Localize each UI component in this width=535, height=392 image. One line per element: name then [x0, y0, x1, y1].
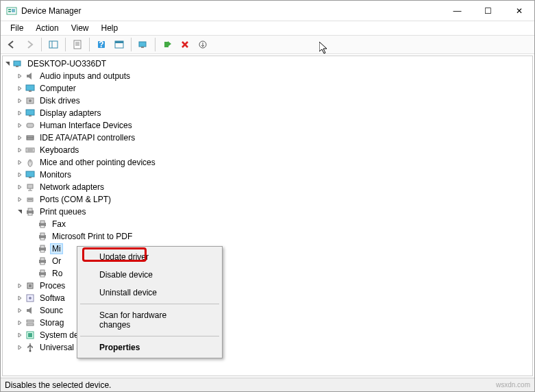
- collapse-icon[interactable]: [3, 59, 12, 69]
- collapse-icon[interactable]: [15, 207, 25, 217]
- tree-item[interactable]: Fax: [3, 218, 532, 230]
- disk-icon: [25, 95, 36, 106]
- tree-item[interactable]: Monitors: [3, 169, 532, 181]
- uninstall-button[interactable]: [177, 36, 193, 53]
- tree-item[interactable]: Mice and other pointing devices: [3, 156, 532, 169]
- expand-icon[interactable]: [15, 182, 25, 192]
- properties-button[interactable]: [69, 36, 86, 53]
- expand-icon[interactable]: [15, 108, 25, 118]
- svg-rect-68: [28, 333, 32, 337]
- tree-item-label: Mi: [51, 244, 62, 254]
- context-menu-item[interactable]: Uninstall device: [79, 284, 221, 302]
- svg-rect-29: [26, 148, 34, 152]
- expand-icon[interactable]: [15, 306, 25, 315]
- svg-text:?: ?: [99, 40, 103, 49]
- toolbar: ?: [1, 35, 534, 54]
- app-icon: [6, 5, 17, 16]
- svg-rect-3: [12, 9, 15, 12]
- tree-item[interactable]: Microsoft Print to PDF: [3, 230, 532, 243]
- svg-rect-48: [40, 225, 45, 228]
- svg-rect-4: [49, 41, 58, 48]
- expand-icon[interactable]: [15, 96, 25, 106]
- scan-hardware-button[interactable]: [135, 36, 151, 53]
- show-hide-tree-button[interactable]: [45, 36, 62, 53]
- tree-item-label: Audio inputs and outputs: [38, 71, 132, 81]
- expand-icon[interactable]: [15, 318, 25, 328]
- svg-rect-24: [26, 110, 34, 115]
- expand-icon[interactable]: [15, 133, 25, 143]
- expand-icon: [27, 232, 37, 241]
- context-menu-item[interactable]: Disable device: [79, 266, 221, 284]
- tree-item-label: Human Interface Devices: [38, 121, 134, 130]
- context-menu-item[interactable]: Update driver: [79, 248, 221, 266]
- svg-rect-35: [29, 177, 32, 178]
- printer-icon: [37, 219, 48, 230]
- context-menu-item[interactable]: Scan for hardware changes: [79, 306, 221, 334]
- svg-rect-2: [8, 11, 11, 12]
- expand-icon[interactable]: [15, 281, 25, 291]
- svg-rect-51: [40, 238, 45, 240]
- tree-item[interactable]: Ports (COM & LPT): [3, 193, 532, 206]
- tree-item[interactable]: Audio inputs and outputs: [3, 70, 532, 82]
- expand-icon[interactable]: [15, 170, 25, 180]
- minimize-button[interactable]: —: [442, 1, 473, 21]
- expand-icon[interactable]: [15, 343, 25, 352]
- tree-item-label: Storag: [38, 318, 65, 328]
- help-button[interactable]: ?: [93, 36, 110, 53]
- tree-item[interactable]: Computer: [3, 82, 532, 95]
- svg-point-64: [29, 297, 32, 299]
- tree-item[interactable]: DESKTOP-UO336DT: [3, 58, 532, 70]
- svg-rect-54: [40, 250, 45, 252]
- forward-button[interactable]: [21, 36, 38, 53]
- update-driver-button[interactable]: [195, 36, 211, 53]
- maximize-button[interactable]: ☐: [473, 1, 503, 21]
- tree-item-label: Keyboards: [38, 145, 80, 155]
- tree-item[interactable]: Print queues: [3, 206, 532, 218]
- svg-rect-1: [8, 9, 11, 10]
- tree-item[interactable]: Disk drives: [3, 95, 532, 107]
- monitor-icon: [25, 83, 36, 94]
- action-button[interactable]: [111, 36, 127, 53]
- printer-icon: [25, 206, 36, 217]
- tree-item-label: Microsoft Print to PDF: [51, 232, 134, 241]
- menu-file[interactable]: File: [5, 22, 29, 34]
- svg-rect-19: [16, 66, 18, 67]
- svg-point-42: [31, 199, 32, 199]
- tree-item-label: Proces: [38, 281, 66, 291]
- menu-view[interactable]: View: [66, 22, 95, 34]
- back-button[interactable]: [3, 36, 20, 53]
- svg-rect-59: [40, 270, 45, 273]
- mouse-icon: [25, 157, 36, 168]
- expand-icon[interactable]: [15, 158, 25, 167]
- window-title: Device Manager: [21, 6, 442, 16]
- enable-button[interactable]: [159, 36, 175, 53]
- printer-icon: [37, 256, 48, 267]
- expand-icon[interactable]: [15, 71, 25, 81]
- tree-item[interactable]: Human Interface Devices: [3, 119, 532, 132]
- expand-icon[interactable]: [15, 195, 25, 204]
- expand-icon[interactable]: [15, 330, 25, 340]
- expand-icon[interactable]: [15, 293, 25, 303]
- svg-rect-57: [40, 262, 45, 265]
- close-button[interactable]: ✕: [503, 1, 534, 21]
- svg-rect-66: [27, 323, 34, 326]
- tree-item-label: Ports (COM & LPT): [38, 195, 112, 204]
- tree-item-label: Mice and other pointing devices: [38, 158, 157, 167]
- watermark: wsxdn.com: [496, 381, 530, 389]
- expand-icon[interactable]: [15, 121, 25, 130]
- expand-icon[interactable]: [15, 84, 25, 93]
- menu-help[interactable]: Help: [96, 22, 124, 34]
- svg-point-69: [29, 350, 32, 352]
- tree-item-label: Or: [51, 256, 62, 266]
- tree-item[interactable]: Network adapters: [3, 181, 532, 193]
- context-menu-item[interactable]: Properties: [79, 339, 221, 356]
- tree-item[interactable]: Keyboards: [3, 144, 532, 156]
- computer-icon: [12, 58, 23, 69]
- tree-item[interactable]: IDE ATA/ATAPI controllers: [3, 132, 532, 144]
- tree-item[interactable]: Display adapters: [3, 107, 532, 119]
- usb-icon: [25, 342, 36, 353]
- context-menu: Update driverDisable deviceUninstall dev…: [77, 246, 223, 358]
- menu-action[interactable]: Action: [30, 22, 64, 34]
- expand-icon[interactable]: [15, 145, 25, 155]
- svg-rect-21: [29, 90, 32, 92]
